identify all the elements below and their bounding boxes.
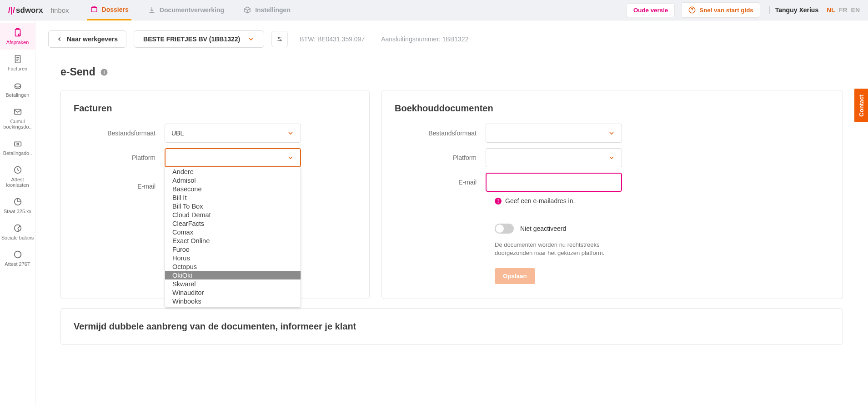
nav-dossiers-label: Dossiers (102, 6, 129, 13)
error-icon: ! (495, 198, 502, 204)
lang-en[interactable]: EN (851, 6, 860, 14)
panels: Facturen Bestandsformaat UBL Platform (35, 78, 868, 299)
boekhoud-title: Boekhouddocumenten (395, 103, 830, 114)
back-button[interactable]: Naar werkgevers (48, 30, 126, 48)
fact-format-select[interactable]: UBL (165, 124, 301, 143)
sidebar-betalingsdo-label: Betalingsdo.. (3, 150, 32, 156)
top-bar: /|/ sd worx finbox Dossiers Documentverw… (0, 0, 868, 20)
platform-option[interactable]: Skwarel (165, 279, 301, 288)
boek-email-error-text: Geef een e-mailadres in. (505, 197, 575, 204)
svg-rect-0 (91, 7, 97, 12)
save-button[interactable]: Opslaan (495, 268, 535, 284)
question-icon (688, 6, 696, 14)
platform-option[interactable]: Yuki (165, 305, 301, 308)
nav-dossiers[interactable]: Dossiers (87, 0, 131, 20)
top-nav: Dossiers Documentverwerking Instellingen (87, 0, 293, 20)
boekhoud-card: Boekhouddocumenten Bestandsformaat Platf… (381, 90, 843, 299)
platform-dropdown[interactable]: AndereAdmisolBaseconeBill ItBill To BoxC… (165, 167, 301, 308)
platform-option[interactable]: Exact Online (165, 236, 301, 245)
fact-email-label: E-mail (74, 183, 165, 190)
bottom-card: Vermijd dubbele aanbreng van de document… (60, 308, 843, 345)
clock-icon (13, 165, 23, 175)
guide-label: Snel van start gids (699, 7, 753, 14)
platform-option[interactable]: Winbooks (165, 297, 301, 305)
boek-format-label: Bestandsformaat (395, 130, 486, 137)
sidebar-staat[interactable]: Staat 325.xx (0, 192, 35, 219)
lang-fr[interactable]: FR (839, 6, 848, 14)
platform-option[interactable]: Horus (165, 254, 301, 262)
svg-rect-2 (15, 30, 20, 36)
sidebar-afspraken[interactable]: Afspraken (0, 23, 35, 50)
chevron-down-icon (287, 154, 294, 161)
platform-option[interactable]: Basecone (165, 185, 301, 193)
pie-icon (13, 223, 23, 233)
logo-mark: /|/ (8, 5, 15, 15)
sidebar-betalingsdo[interactable]: Betalingsdo.. (0, 134, 35, 160)
sidebar-attest276[interactable]: Attest 276T (0, 245, 35, 271)
bottom-title: Vermijd dubbele aanbreng van de document… (74, 321, 830, 332)
page-title: e-Send (60, 66, 95, 78)
sidebar-sociale[interactable]: Sociale balans (0, 219, 35, 245)
platform-option[interactable]: Octopus (165, 262, 301, 271)
fact-format-value: UBL (171, 130, 184, 137)
platform-option[interactable]: ClearFacts (165, 219, 301, 228)
company-label: BESTE FRIETJES BV (1BB1322) (143, 35, 240, 43)
nav-settings-label: Instellingen (255, 6, 291, 14)
sidebar-attest-loon[interactable]: Attest loonlasten (0, 160, 35, 192)
chevron-down-icon (247, 35, 255, 43)
sliders-icon (276, 35, 283, 43)
chevron-down-icon (608, 130, 615, 137)
payments-icon (13, 80, 23, 90)
svg-text:i: i (103, 69, 105, 75)
platform-option[interactable]: Comax (165, 228, 301, 236)
sidebar-afspraken-label: Afspraken (6, 40, 29, 45)
money-icon (13, 139, 23, 149)
sidebar-attest-loon-label: Attest loonlasten (1, 177, 34, 188)
sidebar-betalingen[interactable]: Betalingen (0, 76, 35, 102)
toggle-label: Niet geactiveerd (520, 225, 566, 232)
platform-option[interactable]: Bill It (165, 193, 301, 202)
old-version-button[interactable]: Oude versie (627, 3, 675, 17)
sidebar-sociale-label: Sociale balans (1, 235, 34, 240)
fact-platform-select[interactable] (165, 148, 301, 167)
activate-toggle[interactable] (495, 224, 514, 234)
platform-option[interactable]: Furoo (165, 245, 301, 254)
boek-platform-label: Platform (395, 154, 486, 161)
contact-tab[interactable]: Contact (854, 89, 868, 122)
fact-platform-label: Platform (74, 154, 165, 161)
platform-option[interactable]: Winauditor (165, 288, 301, 297)
nav-settings[interactable]: Instellingen (241, 0, 293, 20)
invoice-icon (13, 54, 23, 64)
company-select[interactable]: BESTE FRIETJES BV (1BB1322) (134, 30, 264, 48)
guide-button[interactable]: Snel van start gids (681, 2, 760, 18)
platform-option[interactable]: Cloud Demat (165, 210, 301, 219)
mail-icon (13, 107, 23, 117)
sub-header: Naar werkgevers BESTE FRIETJES BV (1BB13… (35, 20, 868, 58)
platform-option[interactable]: Admisol (165, 176, 301, 185)
cube-icon (243, 6, 251, 14)
sidebar-staat-label: Staat 325.xx (4, 209, 31, 214)
boek-email-error: ! Geef een e-mailadres in. (495, 197, 830, 204)
contact-label: Contact (858, 95, 865, 116)
filter-button[interactable] (271, 31, 288, 47)
info-icon[interactable]: i (100, 68, 108, 76)
platform-option[interactable]: Andere (165, 167, 301, 176)
platform-option[interactable]: OkiOki (165, 271, 301, 279)
boek-hint: De documenten worden nu rechtstreeks doo… (495, 241, 631, 257)
sidebar-facturen[interactable]: Facturen (0, 50, 35, 76)
clipboard-icon (13, 28, 23, 38)
boek-platform-select[interactable] (486, 148, 622, 167)
brand-sd: sd (16, 6, 25, 15)
logo: /|/ sd worx finbox (8, 5, 69, 15)
lang-nl[interactable]: NL (827, 6, 835, 14)
nav-doc[interactable]: Documentverwerking (145, 0, 227, 20)
boek-format-select[interactable] (486, 124, 622, 143)
back-label: Naar werkgevers (67, 35, 118, 43)
sidebar-cumul[interactable]: Cumul boekingsdo.. (0, 102, 35, 134)
chart-icon (13, 197, 23, 207)
facturen-title: Facturen (74, 103, 356, 114)
aansluit-label: Aansluitingsnummer: 1BB1322 (381, 35, 468, 43)
platform-option[interactable]: Bill To Box (165, 202, 301, 210)
svg-point-7 (17, 143, 19, 145)
boek-email-input[interactable] (486, 173, 622, 192)
